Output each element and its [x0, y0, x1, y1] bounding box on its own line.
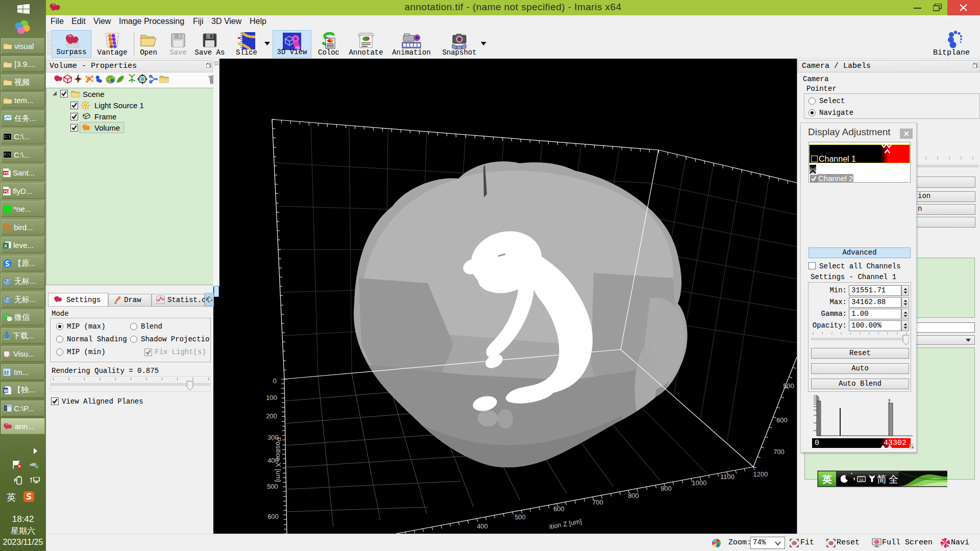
svg-text:700: 700	[773, 448, 785, 456]
svg-text:1000: 1000	[692, 479, 707, 487]
svg-text:IJ: IJ	[4, 369, 9, 375]
svg-text:Position X [um]: Position X [um]	[275, 437, 282, 482]
svg-text:500: 500	[514, 513, 526, 521]
svg-text:1100: 1100	[720, 473, 734, 481]
svg-text:600: 600	[267, 513, 279, 520]
svg-text:600: 600	[553, 505, 565, 513]
svg-text:PDF: PDF	[4, 171, 11, 175]
svg-text:900: 900	[660, 485, 672, 492]
svg-text:100: 100	[266, 394, 277, 402]
svg-text:400: 400	[477, 522, 488, 530]
svg-text:W: W	[4, 388, 8, 393]
svg-text:600: 600	[776, 416, 788, 424]
svg-text:700: 700	[592, 498, 603, 506]
svg-text:200: 200	[266, 412, 277, 420]
svg-text:800: 800	[628, 492, 639, 499]
svg-text:500: 500	[783, 382, 794, 390]
svg-text:500: 500	[267, 483, 278, 490]
svg-text:C:\: C:\	[4, 135, 11, 139]
svg-text:PDF: PDF	[4, 189, 11, 193]
svg-text:0: 0	[273, 377, 276, 385]
svg-text:C:\: C:\	[4, 153, 11, 157]
svg-text:X: X	[4, 243, 7, 248]
svg-text:1200: 1200	[753, 470, 768, 478]
